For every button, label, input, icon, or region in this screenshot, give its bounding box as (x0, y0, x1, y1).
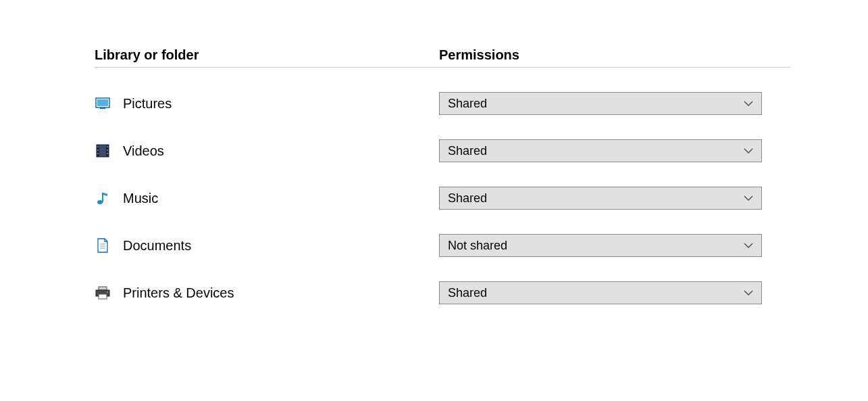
library-label: Documents (123, 238, 191, 254)
permission-value: Not shared (448, 239, 507, 253)
library-cell-documents: Documents (95, 237, 439, 254)
sharing-settings-panel: Library or folder Permissions Pictures S… (95, 47, 790, 304)
permission-value: Shared (448, 286, 487, 300)
row-printers: Printers & Devices Shared (95, 281, 790, 304)
pictures-icon (95, 95, 111, 112)
permission-value: Shared (448, 97, 487, 111)
library-label: Music (123, 191, 158, 206)
printers-icon (95, 285, 111, 301)
permission-select-pictures[interactable]: Shared (439, 92, 762, 115)
svg-rect-13 (102, 193, 103, 202)
library-cell-printers: Printers & Devices (95, 285, 439, 301)
svg-rect-8 (97, 153, 99, 154)
library-column-header: Library or folder (95, 47, 439, 63)
row-music: Music Shared (95, 187, 790, 210)
permission-value: Shared (448, 191, 487, 206)
row-videos: Videos Shared (95, 139, 790, 162)
svg-rect-7 (97, 149, 99, 151)
permission-select-documents[interactable]: Not shared (439, 234, 762, 257)
svg-point-20 (107, 291, 108, 293)
permission-select-music[interactable]: Shared (439, 187, 762, 210)
chevron-down-icon (744, 243, 753, 248)
svg-rect-11 (107, 153, 108, 154)
music-icon (95, 190, 111, 206)
permission-select-videos[interactable]: Shared (439, 139, 762, 162)
permissions-column-header: Permissions (439, 47, 790, 63)
chevron-down-icon (744, 101, 753, 106)
svg-rect-17 (99, 287, 107, 290)
svg-rect-9 (107, 146, 108, 147)
svg-rect-10 (107, 149, 108, 151)
library-label: Printers & Devices (123, 285, 234, 301)
svg-rect-6 (97, 146, 99, 147)
chevron-down-icon (744, 290, 753, 296)
svg-point-12 (97, 200, 103, 204)
library-label: Videos (123, 143, 164, 159)
chevron-down-icon (744, 148, 753, 154)
svg-rect-19 (99, 294, 107, 299)
library-cell-music: Music (95, 190, 439, 206)
svg-rect-2 (100, 108, 105, 109)
library-cell-videos: Videos (95, 143, 439, 159)
videos-icon (95, 143, 111, 159)
library-label: Pictures (123, 96, 172, 112)
svg-rect-1 (97, 99, 108, 106)
column-headers: Library or folder Permissions (95, 47, 790, 68)
row-documents: Documents Not shared (95, 234, 790, 257)
row-pictures: Pictures Shared (95, 92, 790, 115)
permission-select-printers[interactable]: Shared (439, 281, 762, 304)
permission-value: Shared (448, 144, 487, 158)
chevron-down-icon (744, 195, 753, 201)
library-cell-pictures: Pictures (95, 95, 439, 112)
documents-icon (95, 237, 111, 254)
